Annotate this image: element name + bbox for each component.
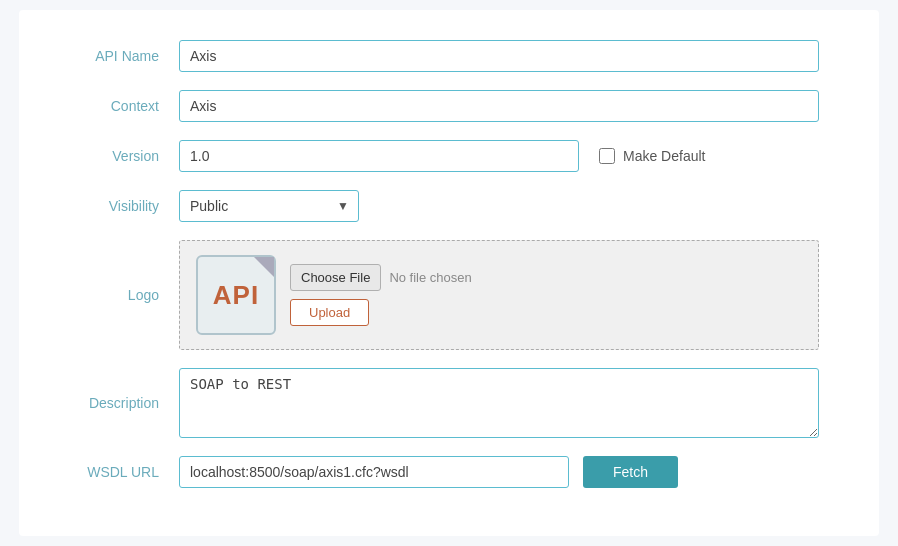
version-input[interactable] [179, 140, 579, 172]
logo-row: Logo API Choose File No file chosen Uplo… [59, 240, 819, 350]
api-name-row: API Name [59, 40, 819, 72]
context-row: Context [59, 90, 819, 122]
wsdl-label: WSDL URL [59, 464, 179, 480]
wsdl-row: WSDL URL Fetch [59, 456, 819, 488]
api-name-label: API Name [59, 48, 179, 64]
wsdl-input[interactable] [179, 456, 569, 488]
api-logo-text: API [213, 280, 259, 311]
version-controls: Make Default [179, 140, 705, 172]
choose-file-button[interactable]: Choose File [290, 264, 381, 291]
context-label: Context [59, 98, 179, 114]
visibility-row: Visibility Public Private Restricted ▼ [59, 190, 819, 222]
api-name-input[interactable] [179, 40, 819, 72]
file-input-row: Choose File No file chosen [290, 264, 472, 291]
description-textarea[interactable]: SOAP to REST [179, 368, 819, 438]
logo-corner-fold [254, 257, 274, 277]
visibility-select-wrapper: Public Private Restricted ▼ [179, 190, 359, 222]
visibility-select[interactable]: Public Private Restricted [179, 190, 359, 222]
api-logo-thumbnail: API [196, 255, 276, 335]
make-default-checkbox[interactable] [599, 148, 615, 164]
upload-button[interactable]: Upload [290, 299, 369, 326]
version-label: Version [59, 148, 179, 164]
description-label: Description [59, 395, 179, 411]
wsdl-controls: Fetch [179, 456, 678, 488]
form-container: API Name Context Version Make Default Vi… [19, 10, 879, 536]
description-row: Description SOAP to REST [59, 368, 819, 438]
version-row: Version Make Default [59, 140, 819, 172]
fetch-button[interactable]: Fetch [583, 456, 678, 488]
context-input[interactable] [179, 90, 819, 122]
no-file-text: No file chosen [389, 270, 471, 285]
make-default-label: Make Default [623, 148, 705, 164]
logo-label: Logo [59, 287, 179, 303]
upload-controls: Choose File No file chosen Upload [290, 264, 472, 326]
make-default-group: Make Default [599, 148, 705, 164]
visibility-label: Visibility [59, 198, 179, 214]
logo-upload-area: API Choose File No file chosen Upload [179, 240, 819, 350]
